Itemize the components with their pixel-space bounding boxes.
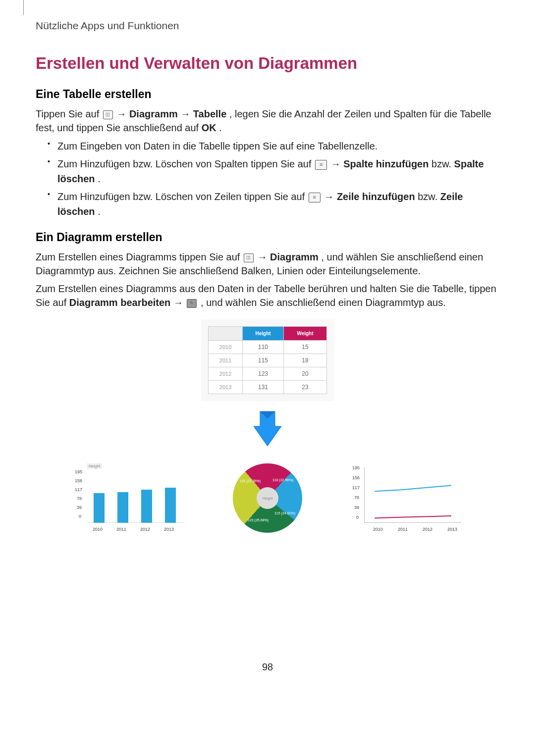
bullet-list: Zum Eingeben von Daten in die Tabelle ti… [48,139,499,219]
section-title-diagram: Ein Diagramm erstellen [36,231,499,244]
bar [141,490,152,523]
table-cell: 2012 [209,367,243,381]
table-header-cell: Weight [283,327,326,341]
down-arrow-icon [253,409,282,449]
menu-icon: ≡ [309,193,321,202]
table-cell: 110 [243,341,284,354]
page-number: 98 [36,661,499,673]
chart-menu-icon: ◫ [244,253,254,262]
example-table: Height Weight 2010 110 15 2011 115 18 20… [201,319,334,401]
table-cell: 15 [283,341,326,354]
table-cell: 18 [283,354,326,367]
bar [117,492,128,523]
table-cell: 123 [243,367,284,381]
table-cell: 115 [243,354,284,367]
chart-menu-icon: ◫ [103,110,113,119]
chart-legend: Height [87,463,102,469]
table-cell: 2011 [209,354,243,367]
list-item: Zum Hinzufügen bzw. Löschen von Zeilen t… [48,189,499,219]
line-chart: 195 156 117 78 39 0 2010 2011 2012 2013 [349,463,463,533]
bar [94,493,105,523]
edit-icon: ✎ [187,299,197,308]
pie-chart: Height 110 (22.96%) 115 (24.01%) 123 (25… [211,463,324,533]
table-cell: 2013 [209,381,243,394]
section-title-table: Eine Tabelle erstellen [36,88,499,101]
paragraph: Zum Erstellen eines Diagramms tippen Sie… [36,250,499,278]
pie-center-label: Height [257,487,278,509]
table-header-cell: Height [243,327,284,341]
table-cell: 20 [283,367,326,381]
bar-chart: Height 195 156 117 78 39 0 2010 2011 201… [72,463,186,533]
table-header-cell [209,327,243,341]
page-title: Erstellen und Verwalten von Diagrammen [36,54,499,73]
bar [165,488,176,523]
table-cell: 2010 [209,341,243,354]
line-chart-svg [365,467,461,522]
table-cell: 131 [243,381,284,394]
list-item: Zum Eingeben von Daten in die Tabelle ti… [48,139,499,153]
paragraph: Zum Erstellen eines Diagramms aus den Da… [36,282,499,309]
paragraph: Tippen Sie auf ◫ → Diagramm → Tabelle , … [36,107,499,135]
breadcrumb: Nützliche Apps und Funktionen [36,20,499,32]
table-cell: 23 [283,381,326,394]
menu-icon: ≡ [315,160,327,170]
list-item: Zum Hinzufügen bzw. Löschen von Spalten … [48,156,499,186]
